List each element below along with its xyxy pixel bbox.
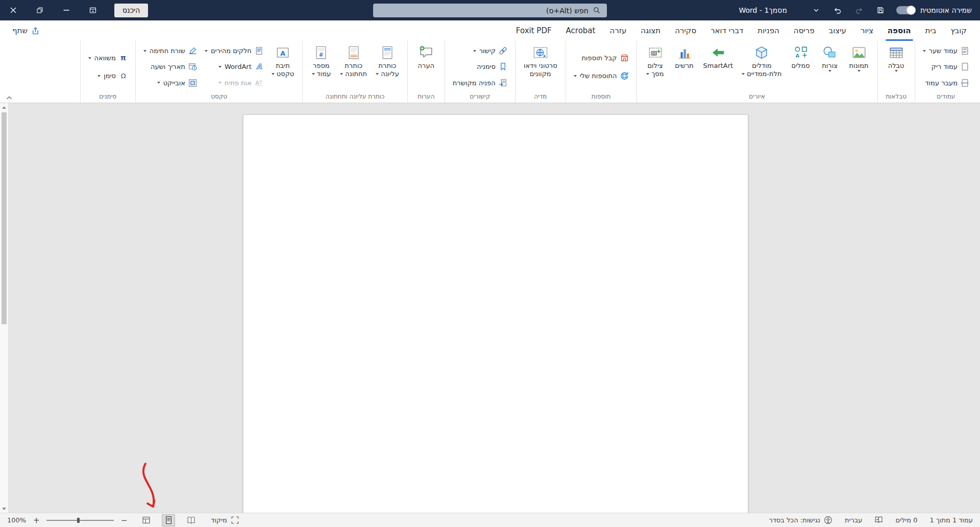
ribbon-button-label: הערה — [418, 62, 434, 70]
ribbon-button[interactable]: עמוד שער — [920, 45, 972, 56]
ribbon-tab[interactable]: הוספה — [880, 20, 918, 41]
ribbon-group: סרטוני וידאומקווניםמדיה — [515, 41, 566, 103]
focus-mode-button[interactable]: מיקוד — [211, 516, 239, 524]
wordart-icon: A — [255, 62, 263, 71]
pictures-icon — [851, 45, 867, 60]
zoom-slider-thumb[interactable] — [77, 518, 80, 523]
autosave-toggle[interactable] — [896, 6, 916, 14]
ribbon-tab[interactable]: הפניות — [750, 20, 786, 41]
redo-button[interactable] — [853, 3, 865, 17]
page-indicator[interactable]: עמוד 1 מתוך 1 — [930, 516, 973, 524]
ribbon-tab[interactable]: פריסה — [787, 20, 822, 41]
ribbon-button[interactable]: קישור — [450, 45, 510, 56]
ribbon-button[interactable]: עמוד ריק — [920, 61, 972, 72]
title-bar: היכנס חפש (Alt+ס) מסמך1 - Word שמירה אוט… — [0, 0, 980, 20]
sign-in-button[interactable]: היכנס — [114, 4, 148, 17]
read-mode-view-button[interactable] — [184, 514, 198, 526]
ribbon-group: הערההערות — [407, 41, 445, 103]
ribbon-tab[interactable]: קובץ — [944, 20, 974, 41]
ribbon-button[interactable]: #מספרעמוד — [307, 42, 335, 91]
ribbon-tab[interactable]: Acrobat — [559, 20, 603, 41]
ribbon-button[interactable]: הערה — [412, 42, 440, 91]
ribbon-button[interactable]: Ωסימן — [85, 70, 131, 81]
share-button[interactable]: שתף — [6, 20, 46, 41]
ribbon-tab[interactable]: עיצוב — [822, 20, 853, 41]
scrollbar-thumb[interactable] — [2, 112, 7, 324]
ribbon-button-label: טבלה — [888, 62, 904, 72]
ribbon-tab[interactable]: עזרה — [602, 20, 633, 41]
zoom-in-button[interactable]: + — [32, 516, 40, 525]
ribbon-button[interactable]: כותרתעליונה — [372, 42, 403, 91]
collapse-ribbon-button[interactable] — [4, 93, 14, 102]
chevron-down-icon — [218, 66, 222, 68]
ribbon-button[interactable]: סימניה — [450, 61, 510, 72]
cover-page-icon — [961, 46, 969, 55]
ribbon-button-stack: שורת חתימהתאריך ושעהאובייקט — [140, 42, 200, 91]
ribbon-button[interactable]: תאריך ושעה — [140, 61, 200, 72]
chevron-down-icon — [88, 57, 91, 59]
ribbon-button[interactable]: מעבר עמוד — [920, 78, 972, 88]
ribbon-button[interactable]: תרשים — [671, 42, 698, 91]
print-layout-icon — [164, 516, 173, 524]
proofing-status[interactable] — [874, 516, 883, 524]
language-status[interactable]: עברית — [845, 516, 862, 524]
minimize-window-button[interactable] — [53, 0, 80, 20]
ribbon-button[interactable]: חלקים מהירים — [202, 45, 266, 56]
ribbon-display-options-button[interactable] — [80, 0, 106, 20]
share-icon — [31, 27, 40, 35]
ribbon-button[interactable]: סרטוני וידאומקוונים — [520, 42, 561, 91]
scroll-down-button[interactable] — [0, 505, 8, 513]
document-page[interactable] — [243, 114, 748, 513]
ribbon-tab[interactable]: Foxit PDF — [509, 20, 559, 41]
ribbon-tab[interactable]: תצוגה — [633, 20, 668, 41]
ribbon-button[interactable]: πמשוואה — [85, 53, 131, 63]
vertical-scrollbar[interactable] — [0, 103, 9, 513]
ribbon-button-stack: קבל תוספותהתוספות שלי — [571, 42, 632, 91]
ribbon-button[interactable]: טבלה — [883, 42, 910, 91]
ribbon-button[interactable]: מודליםתלת-ממדיים — [738, 42, 785, 91]
ribbon-button[interactable]: הפניה מקושרת — [450, 78, 510, 88]
undo-button[interactable] — [832, 3, 843, 17]
accessibility-status[interactable]: נגישות: הכל בסדר — [769, 516, 832, 524]
ribbon-button[interactable]: צורות — [816, 42, 844, 91]
more-commands-button[interactable] — [811, 3, 822, 17]
page-number-icon: # — [313, 45, 329, 60]
ribbon-tab[interactable]: בית — [918, 20, 944, 41]
ribbon-button[interactable]: תמונות — [845, 42, 873, 91]
ribbon-group: כותרתעליונהכותרתתחתונה#מספרעמודכותרת עלי… — [302, 41, 407, 103]
footer-icon — [346, 45, 361, 60]
search-box[interactable]: חפש (Alt+ס) — [373, 4, 607, 17]
close-window-button[interactable] — [0, 0, 27, 20]
print-layout-view-button[interactable] — [162, 514, 175, 526]
save-button[interactable] — [875, 3, 886, 17]
chevron-down-icon — [813, 7, 820, 14]
ribbon-button[interactable]: קבל תוספות — [571, 53, 632, 63]
restore-window-button[interactable] — [27, 0, 53, 20]
zoom-out-button[interactable]: − — [120, 516, 128, 525]
ribbon-button[interactable]: שורת חתימה — [140, 45, 200, 56]
ribbon-button[interactable]: כותרתתחתונה — [336, 42, 371, 91]
web-layout-view-button[interactable] — [139, 514, 153, 526]
zoom-level[interactable]: 100% — [7, 516, 26, 524]
ribbon-tab[interactable]: דברי דואר — [703, 20, 750, 41]
ribbon-button[interactable]: AWordArt — [202, 61, 266, 72]
ribbon-tab[interactable]: סקירה — [668, 20, 703, 41]
ribbon-tab[interactable]: ציור — [853, 20, 880, 41]
ribbon-button[interactable]: SmartArt — [700, 42, 737, 91]
chevron-up-icon — [6, 94, 13, 101]
ribbon: עמוד שערעמוד ריקמעבר עמודעמודיםטבלהטבלאו… — [0, 41, 980, 103]
ribbon-button[interactable]: סמלים — [787, 42, 815, 91]
chevron-down-icon — [97, 75, 101, 77]
ribbon-button[interactable]: Aתיבתטקסט — [268, 42, 298, 91]
word-count[interactable]: 0 מילים — [895, 516, 917, 524]
language-label: עברית — [845, 516, 862, 524]
ribbon-button[interactable]: Aאות פתיח — [202, 78, 266, 88]
ribbon-button[interactable]: אובייקט — [140, 78, 200, 88]
chevron-down-icon — [473, 50, 476, 52]
scroll-up-button[interactable] — [0, 103, 8, 111]
ribbon-button[interactable]: צילוםמסך — [642, 42, 669, 91]
symbol-icon: Ω — [119, 71, 128, 80]
zoom-slider[interactable] — [46, 520, 114, 521]
ribbon-button[interactable]: התוספות שלי — [571, 70, 632, 81]
focus-icon — [231, 516, 239, 524]
